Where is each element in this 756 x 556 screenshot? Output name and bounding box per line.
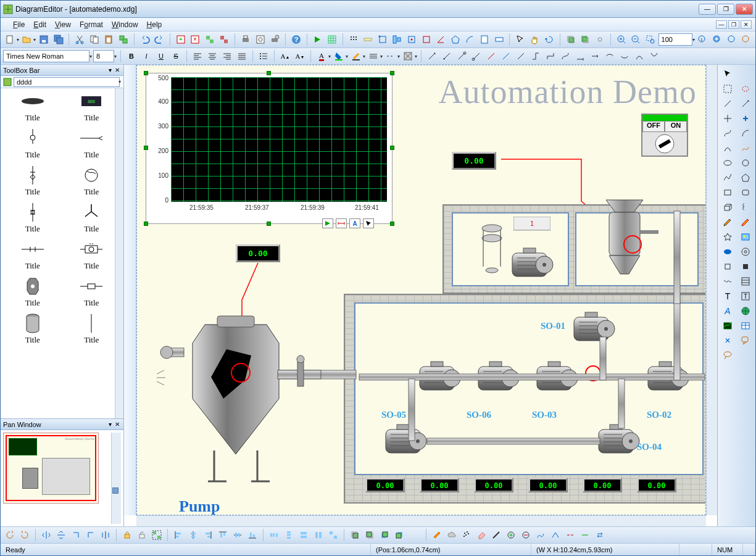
snap-obj-button[interactable] (376, 33, 389, 46)
order-front-button[interactable] (564, 33, 578, 46)
conn-9[interactable] (544, 49, 557, 63)
lock-button[interactable] (120, 528, 134, 542)
zoom-sel-button[interactable] (739, 33, 753, 46)
ungroup-button[interactable] (218, 33, 231, 46)
conn-12[interactable] (588, 49, 602, 63)
align-left-button[interactable] (191, 49, 204, 63)
ellipse-icon[interactable] (719, 156, 736, 170)
palette-item[interactable]: Title (4, 240, 61, 271)
line-style-button[interactable] (367, 49, 380, 63)
hatch-icon[interactable] (737, 275, 755, 288)
cloud-button[interactable] (445, 528, 459, 542)
zoomin-button[interactable] (615, 33, 628, 46)
undo-button[interactable] (138, 33, 152, 46)
select-tool-icon[interactable] (719, 67, 736, 81)
palette-item[interactable]: Title (4, 166, 61, 197)
zoom-input[interactable] (658, 33, 692, 46)
strike-button[interactable]: S (169, 49, 183, 63)
snap-ruler-button[interactable] (361, 33, 375, 46)
palette-item[interactable]: Title (4, 314, 61, 345)
align-center-obj[interactable] (186, 528, 200, 542)
on-off-switch[interactable]: OFF ON (641, 114, 688, 157)
pattern-button[interactable] (401, 49, 415, 63)
reverse-button[interactable] (593, 528, 607, 542)
snap-grid-button[interactable] (347, 33, 360, 46)
redo-button[interactable] (152, 33, 166, 46)
polyline-icon[interactable] (719, 171, 736, 185)
font-size-input[interactable] (93, 50, 114, 62)
save-button[interactable] (37, 33, 51, 46)
minimize-button[interactable]: — (699, 4, 716, 15)
trend-range-button[interactable] (336, 218, 347, 228)
rotate-right-button[interactable] (18, 528, 31, 542)
menu-view[interactable]: View (55, 20, 71, 29)
zoom-region-button[interactable] (644, 33, 657, 46)
pump-vessel[interactable] (156, 312, 328, 497)
snap-center-button[interactable] (405, 33, 418, 46)
mirror-button[interactable] (99, 528, 112, 542)
edit-pencil-icon[interactable] (737, 215, 755, 229)
palette-item[interactable]: Title (64, 277, 120, 308)
trend-cursor-button[interactable] (363, 218, 374, 228)
font-grow-button[interactable]: A▲ (278, 49, 292, 63)
snap-angle-button[interactable] (434, 33, 447, 46)
square-fill-icon[interactable] (737, 260, 755, 273)
motor-upper-left[interactable] (507, 247, 557, 283)
zoom-fit-button[interactable] (710, 33, 724, 46)
snap-align-button[interactable] (391, 33, 404, 46)
order-back-button[interactable] (579, 33, 592, 46)
pan-pin-icon[interactable]: ▾ (106, 421, 114, 428)
hotspot-so03[interactable] (585, 365, 601, 381)
italic-button[interactable]: I (139, 49, 153, 63)
sharp-button[interactable] (549, 528, 562, 542)
pan-zoom-slider[interactable] (111, 433, 121, 524)
3drect-icon[interactable] (719, 201, 736, 214)
conn-1[interactable] (425, 49, 439, 63)
palette-item[interactable]: Title (4, 129, 61, 160)
conn-13[interactable] (603, 49, 617, 63)
font-blue-icon[interactable]: A (719, 304, 736, 318)
toolbox-close-icon[interactable]: ✕ (114, 67, 121, 74)
new-button[interactable] (3, 33, 17, 46)
layer-del-button[interactable]: × (188, 33, 202, 46)
layer-add-button[interactable]: + (174, 33, 188, 46)
conn-6[interactable] (499, 49, 513, 63)
flip-v-button[interactable] (54, 528, 68, 542)
toolbox-combo[interactable] (14, 77, 120, 87)
pagefit-button[interactable] (478, 33, 491, 46)
send-back-button[interactable] (363, 528, 376, 542)
square-icon[interactable] (719, 260, 736, 273)
conn-8[interactable] (529, 49, 542, 63)
font-shrink-button[interactable]: A▼ (293, 49, 307, 63)
bezier-icon[interactable] (719, 141, 736, 155)
roundrect-icon[interactable] (737, 186, 755, 199)
table-icon[interactable] (737, 319, 755, 333)
v-scrollbar[interactable] (706, 65, 717, 515)
print-button[interactable] (239, 33, 252, 46)
motor-so02[interactable] (643, 360, 692, 396)
motor-so04[interactable] (594, 423, 643, 459)
brace-icon[interactable] (737, 201, 755, 214)
palette-item[interactable]: Title (64, 166, 120, 197)
same-size-button[interactable] (326, 528, 340, 542)
underline-button[interactable]: U (154, 49, 168, 63)
open-button[interactable] (20, 33, 34, 46)
arc-icon[interactable] (737, 127, 755, 140)
same-h-button[interactable] (312, 528, 325, 542)
conn-15[interactable] (633, 49, 646, 63)
snap-arc-button[interactable] (463, 33, 477, 46)
line-arrow-icon[interactable] (737, 97, 755, 110)
rot90cw-button[interactable] (69, 528, 83, 542)
run-button[interactable] (311, 33, 325, 46)
toolbox-scrollbar[interactable] (115, 88, 123, 418)
mdi-minimize[interactable]: — (716, 20, 727, 29)
link-button[interactable] (593, 33, 607, 46)
snap-edge-button[interactable] (420, 33, 433, 46)
freehand-icon[interactable] (737, 141, 755, 155)
node-add-button[interactable] (504, 528, 518, 542)
fwd-button[interactable] (378, 528, 391, 542)
line-tool-icon[interactable] (719, 97, 736, 110)
toolbox-pin-icon[interactable]: ▾ (106, 67, 114, 74)
callout-icon[interactable] (737, 334, 755, 347)
drawing-canvas[interactable]: Automation Demo 0 100 200 300 400 500 21… (136, 65, 706, 515)
